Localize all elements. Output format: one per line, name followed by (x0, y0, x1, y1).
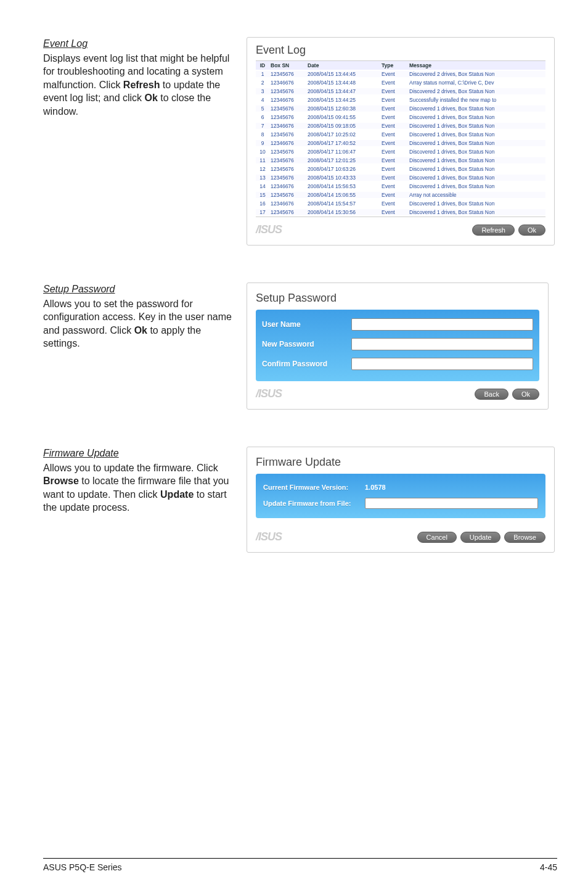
page-footer: ASUS P5Q-E Series 4-45 (43, 858, 557, 872)
cell-date: 2008/04/15 09:18:05 (306, 123, 380, 129)
cell-sn: 12345676 (269, 175, 306, 181)
cell-id: 8 (256, 131, 269, 138)
cell-id: 4 (256, 97, 269, 103)
cell-type: Event (380, 140, 408, 146)
section-setup-password: Setup Password Allows you to set the pas… (43, 283, 557, 410)
cell-id: 15 (256, 192, 269, 198)
setup-password-panel: Setup Password User Name New Password Co… (247, 283, 549, 410)
browse-button[interactable]: Browse (504, 532, 545, 543)
confirm-password-input[interactable] (351, 358, 533, 370)
cell-type: Event (380, 209, 408, 215)
cell-date: 2008/04/14 15:54:57 (306, 200, 380, 207)
table-row: 9123466762008/04/17 17:40:52EventDiscove… (256, 139, 545, 147)
cell-msg: Discovered 1 drives, Box Status Non (408, 105, 545, 112)
table-row: 14123466762008/04/14 15:56:53EventDiscov… (256, 182, 545, 191)
cell-id: 1 (256, 71, 269, 77)
cell-date: 2008/04/17 11:06:47 (306, 149, 380, 155)
cell-id: 12 (256, 166, 269, 172)
table-row: 6123456762008/04/15 09:41:55EventDiscove… (256, 113, 545, 122)
new-password-input[interactable] (351, 338, 533, 350)
cell-msg: Discovered 1 drives, Box Status Non (408, 114, 545, 120)
cell-date: 2008/04/14 15:56:53 (306, 183, 380, 189)
cell-sn: 12345676 (269, 192, 306, 198)
cell-date: 2008/04/14 15:06:55 (306, 192, 380, 198)
cell-type: Event (380, 200, 408, 207)
brand-logo: ISUS (256, 223, 282, 236)
cell-type: Event (380, 71, 408, 77)
event-log-header-row: ID Box SN Date Type Message (256, 61, 545, 70)
back-button[interactable]: Back (475, 389, 508, 400)
table-row: 2123466762008/04/15 13:44:48EventArray s… (256, 78, 545, 87)
cell-msg: Discovered 2 drives, Box Status Non (408, 88, 545, 94)
cell-id: 7 (256, 123, 269, 129)
cell-msg: Successfully installed the new map to (408, 97, 545, 103)
firmware-update-panel-title: Firmware Update (256, 456, 545, 469)
ok-button[interactable]: Ok (512, 389, 539, 400)
cell-type: Event (380, 166, 408, 172)
label-user-name: User Name (262, 320, 351, 329)
cell-type: Event (380, 175, 408, 181)
cell-sn: 12345676 (269, 71, 306, 77)
event-log-table: ID Box SN Date Type Message 112345676200… (256, 60, 545, 217)
cell-msg: Discovered 1 drives, Box Status Non (408, 175, 545, 181)
cell-id: 17 (256, 209, 269, 215)
cell-id: 16 (256, 200, 269, 207)
setup-password-footer: ISUS Back Ok (256, 387, 539, 400)
setup-password-panel-title: Setup Password (256, 292, 539, 305)
ok-button[interactable]: Ok (518, 225, 545, 236)
cell-msg: Discovered 2 drives, Box Status Non (408, 71, 545, 77)
cell-date: 2008/04/15 13:44:45 (306, 71, 380, 77)
event-log-panel: Event Log ID Box SN Date Type Message 11… (247, 37, 555, 245)
cell-msg: Discovered 1 drives, Box Status Non (408, 123, 545, 129)
cell-date: 2008/04/17 17:40:52 (306, 140, 380, 146)
cell-date: 2008/04/15 13:44:48 (306, 80, 380, 86)
table-row: 3123456762008/04/15 13:44:47EventDiscove… (256, 87, 545, 96)
firmware-update-text: Firmware Update Allows you to update the… (43, 447, 234, 514)
cell-sn: 12345676 (269, 114, 306, 120)
footer-right: 4-45 (540, 862, 557, 872)
cell-sn: 12346676 (269, 183, 306, 189)
cell-msg: Discovered 1 drives, Box Status Non (408, 149, 545, 155)
event-log-panel-title: Event Log (256, 44, 545, 57)
label-update-file: Update Firmware from File: (263, 500, 365, 507)
setup-pw-bold-1: Ok (134, 325, 147, 336)
col-id: ID (256, 62, 269, 68)
col-msg: Message (408, 62, 545, 68)
cell-sn: 12345676 (269, 209, 306, 215)
update-button[interactable]: Update (460, 532, 500, 543)
table-row: 17123456762008/04/14 15:30:56EventDiscov… (256, 208, 545, 217)
cell-id: 10 (256, 149, 269, 155)
current-version-value: 1.0578 (365, 484, 386, 491)
cell-id: 5 (256, 105, 269, 112)
table-row: 10123456762008/04/17 11:06:47EventDiscov… (256, 147, 545, 156)
cell-msg: Discovered 1 drives, Box Status Non (408, 166, 545, 172)
cell-type: Event (380, 183, 408, 189)
cell-type: Event (380, 105, 408, 112)
cell-sn: 12345676 (269, 105, 306, 112)
cancel-button[interactable]: Cancel (417, 532, 457, 543)
cell-sn: 12346676 (269, 140, 306, 146)
firmware-file-input[interactable] (365, 498, 538, 509)
cell-date: 2008/04/14 15:30:56 (306, 209, 380, 215)
cell-msg: Discovered 1 drives, Box Status Non (408, 183, 545, 189)
label-current-version: Current Firmware Version: (263, 484, 365, 491)
setup-password-form: User Name New Password Confirm Password (256, 310, 539, 381)
user-name-input[interactable] (351, 318, 533, 331)
cell-date: 2008/04/17 10:25:02 (306, 131, 380, 138)
cell-sn: 12346676 (269, 97, 306, 103)
refresh-button[interactable]: Refresh (472, 225, 515, 236)
cell-id: 9 (256, 140, 269, 146)
setup-password-heading: Setup Password (43, 283, 234, 296)
fw-body-1: Allows you to update the firmware. Click (43, 463, 218, 473)
cell-date: 2008/04/17 12:01:25 (306, 157, 380, 163)
table-row: 15123456762008/04/14 15:06:55EventArray … (256, 191, 545, 199)
table-row: 11123456762008/04/17 12:01:25EventDiscov… (256, 156, 545, 165)
section-firmware-update: Firmware Update Allows you to update the… (43, 447, 557, 553)
table-row: 8123456762008/04/17 10:25:02EventDiscove… (256, 130, 545, 139)
cell-date: 2008/04/15 10:43:33 (306, 175, 380, 181)
event-log-bold-2: Ok (145, 93, 158, 103)
setup-password-text: Setup Password Allows you to set the pas… (43, 283, 234, 350)
cell-type: Event (380, 88, 408, 94)
firmware-update-form: Current Firmware Version: 1.0578 Update … (256, 474, 545, 518)
cell-id: 3 (256, 88, 269, 94)
